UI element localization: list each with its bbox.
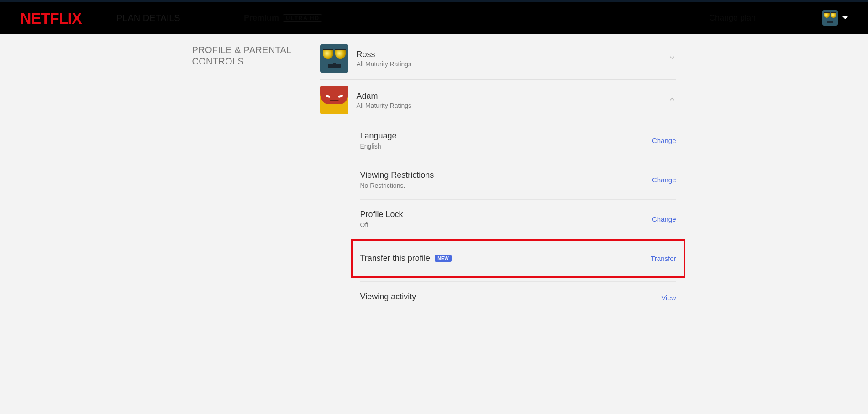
setting-title: Language	[360, 131, 397, 141]
profile-maturity: All Maturity Ratings	[357, 60, 660, 68]
profile-parental-section: PROFILE & PARENTAL CONTROLS Ross All Mat…	[192, 37, 676, 313]
setting-title: Viewing activity	[360, 292, 416, 302]
section-body: Ross All Maturity Ratings Adam All Matu	[320, 44, 676, 313]
profile-settings: Language English Change Viewing Restrict…	[320, 121, 676, 313]
setting-language: Language English Change	[360, 121, 676, 160]
new-badge: NEW	[435, 255, 452, 262]
plan-value: Premium ULTRA HD	[244, 13, 322, 23]
header: PLAN DETAILS Premium ULTRA HD Change pla…	[0, 2, 868, 34]
setting-profile-lock: Profile Lock Off Change	[360, 200, 676, 239]
change-plan-link[interactable]: Change plan	[709, 13, 756, 23]
highlight-transfer-profile: Transfer this profile NEW Transfer	[351, 239, 685, 278]
chevron-down-icon	[668, 53, 676, 64]
profile-info: Adam All Maturity Ratings	[357, 91, 660, 109]
setting-value: Off	[360, 221, 403, 228]
plan-name: Premium	[244, 13, 279, 23]
profile-row-adam[interactable]: Adam All Maturity Ratings	[320, 80, 676, 121]
transfer-profile-link[interactable]: Transfer	[651, 255, 676, 262]
profile-info: Ross All Maturity Ratings	[357, 50, 660, 68]
profile-name: Adam	[357, 91, 660, 101]
change-language-link[interactable]: Change	[652, 137, 676, 144]
change-restrictions-link[interactable]: Change	[652, 176, 676, 184]
ultra-hd-badge: ULTRA HD	[283, 14, 322, 22]
chevron-down-icon	[842, 16, 848, 19]
plan-details-label: PLAN DETAILS	[116, 13, 180, 23]
avatar-icon	[320, 86, 348, 114]
setting-title: Profile Lock	[360, 210, 403, 219]
setting-viewing-activity: Viewing activity View	[360, 281, 676, 313]
setting-title: Transfer this profile	[360, 254, 430, 263]
section-title: PROFILE & PARENTAL CONTROLS	[192, 44, 320, 313]
profile-row-ross[interactable]: Ross All Maturity Ratings	[320, 44, 676, 80]
page-body: PROFILE & PARENTAL CONTROLS Ross All Mat…	[192, 34, 676, 313]
profile-name: Ross	[357, 50, 660, 59]
obscured-plan-row: PLAN DETAILS Premium ULTRA HD Change pla…	[0, 2, 868, 34]
avatar-icon	[320, 44, 348, 73]
setting-title: Viewing Restrictions	[360, 170, 434, 180]
chevron-up-icon	[668, 95, 676, 105]
netflix-logo[interactable]: NETFLIX	[20, 9, 82, 27]
setting-transfer-profile: Transfer this profile NEW Transfer	[360, 241, 676, 276]
setting-value: English	[360, 143, 397, 150]
change-lock-link[interactable]: Change	[652, 215, 676, 223]
profile-maturity: All Maturity Ratings	[357, 102, 660, 109]
setting-value: No Restrictions.	[360, 182, 434, 189]
header-profile-menu[interactable]	[822, 10, 848, 26]
view-activity-link[interactable]: View	[661, 294, 676, 302]
setting-restrictions: Viewing Restrictions No Restrictions. Ch…	[360, 160, 676, 200]
avatar-icon	[822, 10, 838, 26]
